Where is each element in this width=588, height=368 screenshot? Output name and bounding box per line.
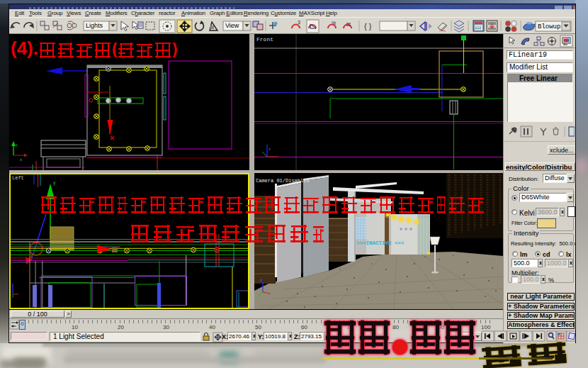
svg-text:%: % — [332, 21, 336, 26]
svg-text:Front: Front — [256, 36, 273, 43]
svg-text:Blowup: Blowup — [538, 23, 560, 30]
svg-text:3: 3 — [298, 20, 300, 25]
svg-text:Lights: Lights — [86, 22, 103, 29]
svg-text:y: y — [16, 143, 18, 147]
svg-text:y: y — [53, 180, 56, 186]
svg-text:>>>INACTIVE <<<: >>>INACTIVE <<< — [356, 240, 405, 246]
svg-text:View: View — [225, 22, 239, 29]
svg-text:z: z — [268, 147, 271, 151]
svg-text:Left: Left — [12, 175, 24, 181]
svg-text:z: z — [260, 278, 262, 282]
svg-text:Camera 01/Disabled: Camera 01/Disabled — [256, 178, 310, 184]
svg-text:x: x — [20, 157, 22, 162]
svg-text:{ }: { } — [364, 22, 372, 30]
